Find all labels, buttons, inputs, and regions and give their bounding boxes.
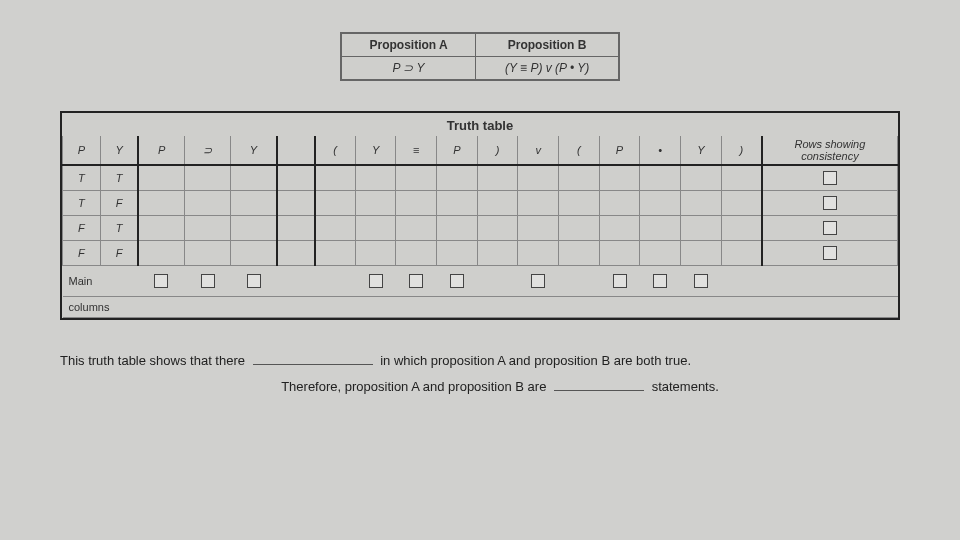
checkbox-icon[interactable]	[613, 274, 627, 288]
cell[interactable]	[231, 241, 277, 266]
cell[interactable]	[315, 165, 356, 191]
cell[interactable]	[640, 191, 681, 216]
table-row: T F	[63, 191, 898, 216]
cell-p: T	[63, 165, 101, 191]
consistency-check[interactable]	[762, 165, 898, 191]
prop-a-expr: P ⊃ Y	[341, 57, 476, 81]
cell[interactable]	[184, 241, 230, 266]
cell[interactable]	[437, 191, 478, 216]
blank-input-1[interactable]	[253, 350, 373, 365]
checkbox-icon[interactable]	[823, 196, 837, 210]
cell[interactable]	[437, 216, 478, 241]
truth-table-box: Truth table P Y P ⊃ Y ( Y ≡ P ) v	[60, 111, 900, 320]
cell[interactable]	[396, 241, 437, 266]
checkbox-icon[interactable]	[247, 274, 261, 288]
main-col-check[interactable]	[396, 266, 437, 297]
cell[interactable]	[721, 191, 762, 216]
cell[interactable]	[477, 191, 518, 216]
cell[interactable]	[437, 241, 478, 266]
checkbox-icon[interactable]	[823, 246, 837, 260]
checkbox-icon[interactable]	[154, 274, 168, 288]
cell[interactable]	[355, 165, 396, 191]
cell[interactable]	[138, 165, 184, 191]
cell[interactable]	[518, 165, 559, 191]
cell[interactable]	[477, 216, 518, 241]
cell[interactable]	[138, 241, 184, 266]
main-col-check[interactable]	[640, 266, 681, 297]
cell[interactable]	[559, 165, 600, 191]
cell[interactable]	[396, 216, 437, 241]
cell[interactable]	[640, 241, 681, 266]
checkbox-icon[interactable]	[450, 274, 464, 288]
cell[interactable]	[138, 191, 184, 216]
cell[interactable]	[184, 216, 230, 241]
cell[interactable]	[437, 165, 478, 191]
main-col-check[interactable]	[681, 266, 722, 297]
cell[interactable]	[231, 191, 277, 216]
col-a-p: P	[138, 136, 184, 165]
cell[interactable]	[477, 241, 518, 266]
main-col-check[interactable]	[184, 266, 230, 297]
cell[interactable]	[184, 165, 230, 191]
cell[interactable]	[477, 165, 518, 191]
main-col-check[interactable]	[437, 266, 478, 297]
checkbox-icon[interactable]	[531, 274, 545, 288]
cell[interactable]	[231, 165, 277, 191]
main-col-check[interactable]	[518, 266, 559, 297]
cell[interactable]	[518, 216, 559, 241]
proposition-box: Proposition A Proposition B P ⊃ Y (Y ≡ P…	[340, 32, 620, 81]
cell[interactable]	[355, 241, 396, 266]
main-columns-row: Main	[63, 266, 898, 297]
cell[interactable]	[681, 165, 722, 191]
cell[interactable]	[396, 191, 437, 216]
cell[interactable]	[599, 241, 640, 266]
col-y: Y	[100, 136, 138, 165]
cell[interactable]	[721, 165, 762, 191]
consistency-check[interactable]	[762, 216, 898, 241]
consistency-check[interactable]	[762, 241, 898, 266]
checkbox-icon[interactable]	[823, 171, 837, 185]
cell[interactable]	[315, 216, 356, 241]
cell[interactable]	[599, 216, 640, 241]
cell[interactable]	[559, 216, 600, 241]
cell[interactable]	[721, 241, 762, 266]
checkbox-icon[interactable]	[694, 274, 708, 288]
cell[interactable]	[599, 165, 640, 191]
cell[interactable]	[396, 165, 437, 191]
blank-input-2[interactable]	[554, 376, 644, 391]
cell[interactable]	[315, 191, 356, 216]
checkbox-icon[interactable]	[409, 274, 423, 288]
cell[interactable]	[681, 191, 722, 216]
cell[interactable]	[681, 241, 722, 266]
table-row: F F	[63, 241, 898, 266]
cell[interactable]	[355, 216, 396, 241]
main-col-check[interactable]	[599, 266, 640, 297]
cell-p: F	[63, 241, 101, 266]
cell[interactable]	[184, 191, 230, 216]
checkbox-icon[interactable]	[201, 274, 215, 288]
main-col-check[interactable]	[355, 266, 396, 297]
cell[interactable]	[315, 241, 356, 266]
cell[interactable]	[599, 191, 640, 216]
cell[interactable]	[355, 191, 396, 216]
main-col-check[interactable]	[138, 266, 184, 297]
checkbox-icon[interactable]	[369, 274, 383, 288]
col-a-imp: ⊃	[184, 136, 230, 165]
cell[interactable]	[559, 241, 600, 266]
cell[interactable]	[559, 191, 600, 216]
main-label: Main	[63, 266, 139, 297]
sentence-1: This truth table shows that there in whi…	[60, 348, 900, 374]
cell[interactable]	[518, 241, 559, 266]
cell[interactable]	[518, 191, 559, 216]
s2b: statements.	[652, 379, 719, 394]
checkbox-icon[interactable]	[823, 221, 837, 235]
cell[interactable]	[231, 216, 277, 241]
cell[interactable]	[721, 216, 762, 241]
cell[interactable]	[681, 216, 722, 241]
consistency-check[interactable]	[762, 191, 898, 216]
cell[interactable]	[640, 216, 681, 241]
main-col-check[interactable]	[231, 266, 277, 297]
checkbox-icon[interactable]	[653, 274, 667, 288]
cell[interactable]	[138, 216, 184, 241]
cell[interactable]	[640, 165, 681, 191]
